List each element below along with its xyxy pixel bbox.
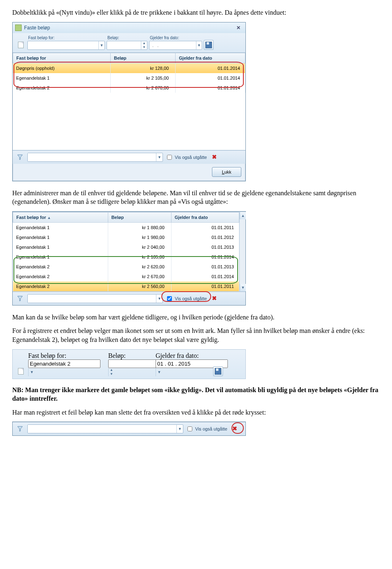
faste-belop-window: Faste beløp ✕ Fast beløp for: ▼ Beløp: ▲…	[12, 22, 246, 181]
data-table-2: Fast beløp for ▲ Beløp Gjelder fra dato …	[13, 212, 239, 291]
paragraph-5: NB: Man trenger ikke markere det gamle b…	[12, 386, 380, 403]
vis-ogsa-checkbox[interactable]: Vis også utgåtte	[165, 295, 207, 302]
filter-icon[interactable]	[15, 152, 25, 162]
spin-icons[interactable]: ▲▼	[108, 368, 153, 376]
close-button[interactable]: Lukk	[212, 167, 241, 177]
delete-icon[interactable]: ✖	[209, 152, 219, 162]
table-row[interactable]: Egenandelstak 2kr 2 560,0001.01.2011	[13, 281, 239, 291]
for-input[interactable]: ▼	[28, 359, 106, 376]
dato-input[interactable]: ▼	[156, 359, 211, 376]
new-record-inputs: Fast beløp for: ▼ Beløp: ▲▼ Gjelder fra …	[12, 349, 246, 379]
save-icon[interactable]	[204, 40, 214, 50]
new-record-icon[interactable]	[16, 40, 26, 50]
filter-bar-2: ▼ Vis også utgåtte ✖	[13, 292, 245, 305]
vis-ogsa-checkbox[interactable]: Vis også utgåtte	[186, 425, 227, 433]
for-input[interactable]: ▼	[27, 41, 105, 50]
filter-input[interactable]: ▼	[27, 294, 163, 303]
table-row[interactable]: Egenandelstak 1kr 2 040,0001.01.2013	[13, 242, 239, 252]
table-row[interactable]: Egenandelstak 1kr 1 880,0001.01.2011	[13, 222, 239, 232]
th-for[interactable]: Fast beløp for	[13, 53, 111, 63]
table-row[interactable]: Døgnpris (opphold) kr 128,00 01.01.2014	[13, 63, 245, 73]
new-record-icon[interactable]	[16, 366, 26, 376]
filter-bar-3: ▼ Vis også utgåtte ✖	[13, 422, 245, 435]
th-for[interactable]: Fast beløp for ▲	[13, 212, 108, 222]
filter-input[interactable]: ▼	[27, 424, 183, 433]
input-toolbar: Fast beløp for: ▼ Beløp: ▲▼ Gjelder fra …	[13, 33, 245, 52]
scroll-down-icon[interactable]: ▼	[240, 284, 246, 291]
paragraph-4: For å registrere et endret beløp velger …	[12, 326, 380, 344]
table-area: Fast beløp for Beløp Gjelder fra dato Dø…	[13, 52, 245, 150]
paragraph-3: Man kan da se hvilke beløp som har vært …	[12, 313, 380, 322]
table-header-row: Fast beløp for Beløp Gjelder fra dato	[13, 53, 245, 63]
label-belop: Beløp:	[107, 36, 147, 40]
table-row[interactable]: Egenandelstak 1kr 2 105,0001.01.2014	[13, 252, 239, 262]
table-row[interactable]: Egenandelstak 2kr 2 620,0001.01.2013	[13, 262, 239, 272]
table-row[interactable]: Egenandelstak 1 kr 2 105,00 01.01.2014	[13, 73, 245, 83]
delete-icon[interactable]: ✖	[230, 424, 240, 434]
sort-asc-icon: ▲	[47, 216, 51, 220]
history-window: Fast beløp for ▲ Beløp Gjelder fra dato …	[12, 211, 246, 306]
table-row[interactable]: Egenandelstak 2 kr 2 670,00 01.01.2014	[13, 83, 245, 93]
titlebar: Faste beløp ✕	[13, 22, 245, 33]
save-icon[interactable]	[213, 366, 223, 376]
filter-input[interactable]: ▼	[27, 153, 163, 162]
chevron-down-icon[interactable]: ▼	[28, 368, 35, 376]
chevron-down-icon[interactable]: ▼	[98, 41, 105, 49]
label-dato: Gjelder fra dato:	[149, 36, 202, 40]
th-dato[interactable]: Gjelder fra dato	[171, 212, 239, 222]
filter-icon[interactable]	[15, 424, 25, 434]
belop-input[interactable]: ▲▼	[108, 359, 153, 376]
paragraph-6: Har man registrert et feil beløp kan man…	[12, 408, 380, 417]
chevron-down-icon[interactable]: ▼	[196, 41, 202, 49]
app-icon	[15, 25, 22, 31]
dato-input[interactable]: ▼	[149, 41, 202, 50]
chevron-down-icon[interactable]: ▼	[176, 425, 183, 433]
filter-icon[interactable]	[15, 294, 25, 303]
th-belop[interactable]: Beløp	[110, 53, 175, 63]
label-for: Fast beløp for:	[27, 36, 105, 40]
table-row[interactable]: Egenandelstak 2kr 2 670,0001.01.2014	[13, 272, 239, 281]
vis-ogsa-checkbox[interactable]: Vis også utgåtte	[165, 154, 207, 161]
table-header-row: Fast beløp for ▲ Beløp Gjelder fra dato	[13, 212, 239, 222]
th-dato[interactable]: Gjelder fra dato	[176, 53, 245, 63]
spin-icons[interactable]: ▲▼	[141, 41, 147, 49]
delete-bar-window: ▼ Vis også utgåtte ✖	[12, 422, 246, 436]
window-title: Faste beløp	[24, 25, 50, 31]
th-belop[interactable]: Beløp	[108, 212, 171, 222]
belop-input[interactable]: ▲▼	[107, 41, 147, 50]
label-for: Fast beløp for:	[28, 352, 66, 359]
paragraph-1: Dobbeltklikk på «(Nytt vindu)» eller kli…	[12, 8, 380, 17]
close-icon[interactable]: ✕	[234, 25, 243, 31]
chevron-down-icon[interactable]: ▼	[156, 153, 163, 161]
data-table-1: Fast beløp for Beløp Gjelder fra dato Dø…	[13, 53, 245, 93]
delete-icon[interactable]: ✖	[209, 294, 219, 303]
filter-bar: ▼ Vis også utgåtte ✖	[13, 150, 245, 164]
table-row[interactable]: Egenandelstak 1kr 1 980,0001.01.2012	[13, 232, 239, 242]
paragraph-2: Her administrerer man de til enhver tid …	[12, 189, 380, 206]
label-dato: Gjelder fra dato:	[156, 352, 199, 359]
chevron-down-icon[interactable]: ▼	[156, 368, 163, 376]
chevron-down-icon[interactable]: ▼	[156, 295, 163, 303]
scroll-up-icon[interactable]: ▲	[240, 212, 246, 219]
label-belop: Beløp:	[108, 352, 126, 359]
